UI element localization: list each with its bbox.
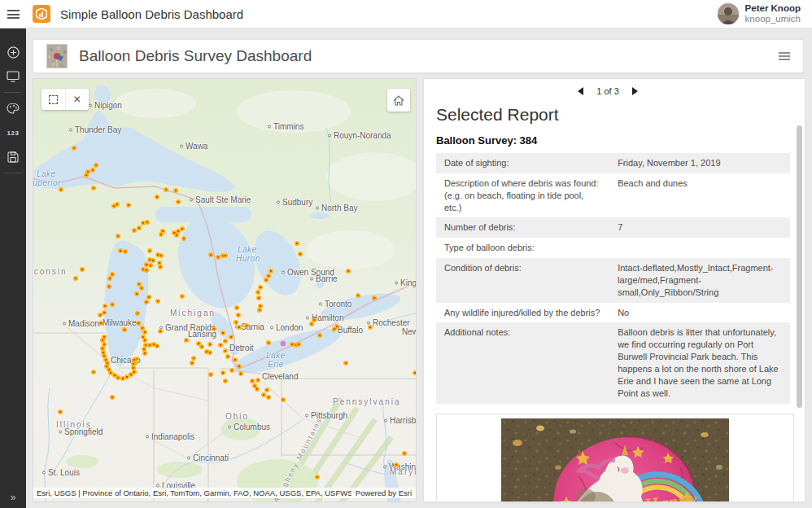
survey-point[interactable] — [296, 342, 301, 347]
survey-point[interactable] — [413, 370, 417, 375]
survey-point[interactable] — [225, 354, 230, 359]
survey-point[interactable] — [136, 321, 141, 326]
survey-point[interactable] — [147, 248, 152, 253]
survey-point[interactable] — [139, 286, 144, 291]
survey-point[interactable] — [180, 294, 185, 299]
survey-point[interactable] — [281, 397, 286, 402]
survey-point[interactable] — [237, 325, 242, 330]
survey-point[interactable] — [208, 372, 213, 377]
survey-point[interactable] — [176, 199, 181, 204]
survey-point[interactable] — [123, 249, 128, 254]
survey-point[interactable] — [255, 378, 260, 383]
survey-point[interactable] — [317, 333, 322, 338]
survey-point[interactable] — [184, 338, 189, 343]
add-element-button[interactable] — [0, 40, 26, 64]
survey-point[interactable] — [255, 387, 260, 392]
previous-page-button[interactable] — [578, 87, 583, 95]
survey-point[interactable] — [116, 234, 120, 239]
survey-point[interactable] — [146, 295, 151, 300]
report-scrollbar[interactable] — [797, 125, 802, 408]
app-menu-icon[interactable] — [0, 0, 26, 28]
survey-point[interactable] — [334, 324, 339, 329]
survey-point[interactable] — [110, 395, 115, 400]
dashboard-menu-icon[interactable] — [779, 50, 790, 62]
survey-point[interactable] — [72, 146, 76, 151]
survey-point[interactable] — [142, 351, 147, 356]
survey-point[interactable] — [91, 186, 96, 190]
clear-selection-button[interactable]: ✕ — [65, 89, 89, 110]
survey-point[interactable] — [237, 364, 242, 369]
survey-point[interactable] — [368, 325, 373, 330]
survey-point[interactable] — [144, 300, 149, 304]
map-panel[interactable]: NipigonThunder BayWawaTimminsRouyn-Noran… — [33, 78, 417, 502]
survey-point[interactable] — [199, 344, 204, 349]
survey-point[interactable] — [223, 379, 228, 383]
survey-point[interactable] — [80, 267, 85, 272]
survey-point[interactable] — [164, 187, 168, 192]
survey-point[interactable] — [266, 274, 271, 278]
survey-point[interactable] — [346, 269, 351, 274]
survey-point[interactable] — [268, 269, 273, 274]
survey-point[interactable] — [234, 320, 238, 325]
survey-point[interactable] — [131, 361, 136, 366]
survey-point[interactable] — [223, 339, 228, 344]
survey-point[interactable] — [98, 321, 103, 326]
survey-point[interactable] — [148, 263, 153, 268]
survey-point[interactable] — [90, 168, 95, 173]
survey-point[interactable] — [135, 311, 140, 316]
survey-point[interactable] — [343, 361, 348, 366]
survey-point[interactable] — [258, 285, 263, 290]
survey-point[interactable] — [402, 451, 407, 456]
survey-point[interactable] — [264, 388, 269, 392]
survey-point[interactable] — [111, 204, 116, 208]
survey-point[interactable] — [295, 241, 299, 246]
survey-point[interactable] — [159, 253, 164, 258]
survey-point[interactable] — [102, 310, 107, 315]
survey-point[interactable] — [233, 357, 238, 362]
survey-point[interactable] — [394, 462, 399, 467]
survey-point[interactable] — [190, 361, 194, 366]
survey-point[interactable] — [122, 327, 127, 332]
survey-point[interactable] — [145, 220, 150, 225]
survey-point[interactable] — [244, 323, 249, 328]
survey-point[interactable] — [223, 348, 228, 353]
survey-point[interactable] — [137, 226, 142, 230]
survey-point[interactable] — [151, 258, 155, 263]
expand-sidebar-button[interactable]: » — [0, 492, 26, 503]
survey-point[interactable] — [207, 342, 212, 347]
survey-point[interactable] — [174, 233, 179, 238]
survey-point[interactable] — [155, 195, 159, 199]
survey-point[interactable] — [173, 188, 178, 193]
survey-point[interactable] — [132, 228, 137, 233]
survey-point[interactable] — [155, 344, 159, 348]
survey-point[interactable] — [126, 203, 131, 208]
survey-point[interactable] — [155, 299, 160, 304]
survey-point[interactable] — [229, 335, 234, 339]
map-home-button[interactable] — [387, 89, 410, 112]
survey-point[interactable] — [312, 318, 317, 322]
survey-point[interactable] — [207, 350, 212, 355]
survey-point[interactable] — [255, 290, 260, 295]
survey-point[interactable] — [266, 395, 271, 400]
survey-point[interactable] — [229, 368, 234, 373]
selected-survey-point[interactable] — [281, 341, 286, 347]
survey-point[interactable] — [372, 296, 377, 300]
survey-point[interactable] — [236, 313, 241, 318]
theme-button[interactable] — [0, 96, 26, 120]
user-menu[interactable]: Peter Knoop knoop_umich — [718, 3, 801, 24]
survey-point[interactable] — [59, 187, 63, 192]
survey-point[interactable] — [181, 236, 186, 241]
survey-point[interactable] — [144, 268, 149, 273]
survey-point[interactable] — [256, 296, 261, 300]
select-by-rectangle-button[interactable] — [41, 89, 65, 110]
survey-point[interactable] — [212, 326, 216, 331]
survey-point[interactable] — [220, 370, 225, 375]
survey-point[interactable] — [134, 291, 139, 296]
survey-point[interactable] — [234, 305, 239, 310]
survey-point[interactable] — [208, 252, 213, 257]
survey-point[interactable] — [315, 475, 320, 480]
survey-point[interactable] — [223, 253, 228, 258]
survey-point[interactable] — [218, 343, 223, 348]
survey-point[interactable] — [238, 371, 243, 376]
survey-point[interactable] — [266, 340, 271, 345]
